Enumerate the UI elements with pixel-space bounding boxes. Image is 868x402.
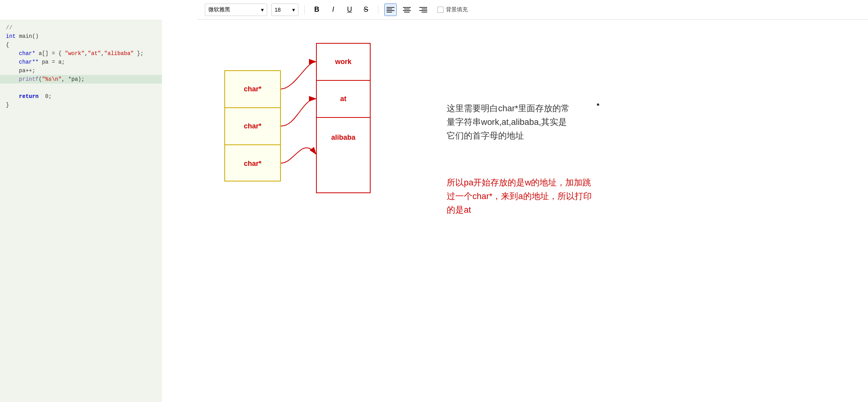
bg-fill-label: 背景填充 [446,6,468,13]
code-line-3: { [6,42,9,48]
svg-rect-9 [422,9,427,9]
code-line-6: pa++; [6,68,36,74]
code-line-5: char** pa = a; [6,59,65,65]
bold-button[interactable]: B [311,4,323,16]
align-right-icon [419,7,427,13]
font-family-select[interactable]: 微软雅黑 ▾ [205,4,267,16]
svg-rect-3 [387,12,392,12]
font-family-value: 微软雅黑 [208,6,230,13]
code-line-7-highlight: printf("%s\n", *pa); [0,75,162,84]
code-line-8: return 0; [6,93,52,100]
separator-1 [304,5,305,14]
canvas-area: char* char* char* work at alibaba [162,20,868,402]
annotation2-text: 所以pa开始存放的是w的地址，加加跳过一个char*，来到a的地址，所以打印的是… [447,178,592,215]
red-cell-1-label: at [340,95,346,103]
svg-rect-2 [387,10,394,11]
annotation-pa-explanation: 所以pa开始存放的是w的地址，加加跳过一个char*，来到a的地址，所以打印的是… [447,176,595,217]
code-line-4: char* a[] = { "work","at","alibaba" }; [6,50,144,57]
annotation1-text: 这里需要明白char*里面存放的常量字符串work,at,alibaba,其实是… [447,103,570,141]
red-strings-box: work at alibaba [316,43,371,193]
strikethrough-button[interactable]: S [360,4,372,16]
svg-rect-4 [403,7,411,8]
toolbar: 微软雅黑 ▾ 18 ▾ B I U S 背 [197,0,868,20]
annotation-char-explanation: 这里需要明白char*里面存放的常量字符串work,at,alibaba,其实是… [447,101,572,143]
yellow-cell-0: char* [225,71,280,108]
svg-rect-10 [419,10,427,11]
yellow-cell-1-label: char* [244,122,261,130]
yellow-cell-0-label: char* [244,85,261,93]
svg-rect-0 [387,7,394,8]
yellow-cell-2: char* [225,145,280,182]
svg-rect-8 [419,7,427,8]
underline-button[interactable]: U [343,4,356,16]
font-family-chevron: ▾ [261,7,264,13]
red-cell-2-label: alibaba [331,133,355,142]
svg-rect-7 [404,12,410,12]
code-panel: // int main() { char* a[] = { "work","at… [0,20,162,402]
code-line-9: } [6,102,9,108]
italic-button[interactable]: I [327,4,339,16]
separator-2 [378,5,378,14]
diagram: char* char* char* work at alibaba [224,43,419,191]
align-center-button[interactable] [401,4,413,16]
font-size-select[interactable]: 18 ▾ [271,4,298,16]
code-line-1: // [6,25,12,31]
svg-rect-1 [387,9,392,9]
dot-decoration [597,103,599,106]
align-left-button[interactable] [384,4,397,16]
yellow-array-box: char* char* char* [224,70,281,181]
font-size-chevron: ▾ [292,7,295,13]
yellow-cell-1: char* [225,108,280,145]
font-size-value: 18 [275,7,281,13]
bg-fill-checkbox[interactable] [437,7,444,13]
red-cell-0-label: work [335,58,351,66]
svg-rect-5 [404,9,410,9]
svg-rect-11 [422,12,427,12]
code-line-2: int main() [6,33,39,39]
red-cell-1: at [317,81,370,118]
yellow-cell-2-label: char* [244,160,261,168]
align-left-icon [387,7,394,13]
red-cell-2: alibaba [317,118,370,157]
bg-fill-container: 背景填充 [437,6,468,13]
align-right-button[interactable] [417,4,430,16]
align-center-icon [403,7,411,13]
svg-rect-6 [403,10,411,11]
red-cell-0: work [317,44,370,81]
